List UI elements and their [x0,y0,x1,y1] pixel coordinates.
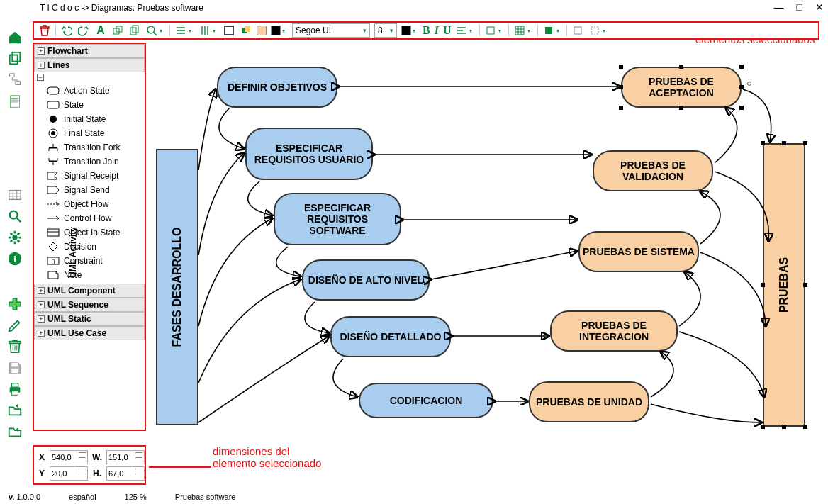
palette-group[interactable]: +Flowchart [34,44,145,58]
x-input[interactable]: 540,0 [50,450,88,464]
print-icon[interactable] [6,380,24,398]
delete-icon[interactable] [38,24,51,37]
palette-group[interactable]: − [34,72,145,82]
palette-group[interactable]: +UML Sequence [34,298,145,312]
copy-doc-icon[interactable] [6,50,24,68]
info-icon[interactable]: i [6,250,24,268]
w-input[interactable]: 151,0 [106,450,145,464]
palette-item[interactable]: Action State [34,84,145,98]
svg-text:i: i [13,254,16,264]
shape-unidad[interactable]: PRUEBAS DE UNIDAD [529,381,649,422]
svg-rect-25 [11,383,18,388]
palette-item[interactable]: State [34,98,145,112]
palette-item[interactable]: {}Constraint [34,254,145,268]
font-select[interactable]: Segoe UI▾ [292,23,370,38]
svg-rect-12 [10,55,18,65]
palette-item[interactable]: Control Flow [34,211,145,225]
misc2-icon[interactable] [588,24,601,37]
w-label: W. [91,452,103,462]
svg-rect-28 [47,101,59,108]
x-label: X [37,452,47,462]
status-bar: v. 1.0.0.0 español 125 % Pruebas softwar… [9,493,819,501]
shape-integracion[interactable]: PRUEBAS DE INTEGRACION [550,310,678,352]
maximize-button[interactable]: □ [797,1,802,13]
italic-button[interactable]: I [435,24,439,37]
h-input[interactable]: 67,0 [106,466,145,481]
align-v-icon[interactable] [198,24,211,37]
svg-rect-8 [487,27,494,34]
palette-item[interactable]: Note [34,268,145,282]
group-icon[interactable] [111,24,124,37]
shape-detallado[interactable]: DISEÑO DETALLADO [330,316,451,357]
close-button[interactable]: ✕ [815,1,824,13]
svg-rect-11 [591,27,598,34]
palette-item[interactable]: Transition Fork [34,140,145,155]
arrange-icon[interactable] [484,24,497,37]
text-color-swatch[interactable] [401,26,411,35]
home-icon[interactable] [6,28,24,47]
shape-style-icon[interactable] [240,24,252,37]
palette-group[interactable]: +Lines [34,58,145,72]
svg-rect-22 [11,363,18,367]
text-align-icon[interactable] [455,24,468,37]
copy-icon[interactable] [128,24,141,37]
svg-rect-13 [12,52,20,62]
search-icon[interactable] [6,207,24,225]
svg-rect-14 [10,74,14,77]
shape-aceptacion[interactable]: PRUEBAS DE ACEPTACION [621,67,742,108]
palette-item[interactable]: Signal Receipt [34,169,145,183]
y-input[interactable]: 20,0 [50,466,88,481]
shape-codif[interactable]: CODIFICACION [359,383,493,418]
shape-validacion[interactable]: PRUEBAS DE VALIDACION [593,150,713,191]
shape-sistema[interactable]: PRUEBAS DE SISTEMA [578,231,699,272]
text-tool-icon[interactable]: A [94,24,107,37]
align-h-icon[interactable] [174,24,187,37]
palette-group[interactable]: +UML Use Case [34,326,145,340]
underline-button[interactable]: U [443,24,452,37]
undo-icon[interactable] [60,24,73,37]
line-color-swatch[interactable] [271,26,281,35]
trash-icon[interactable] [6,337,24,356]
shape-definir[interactable]: DEFINIR OBJETIVOS [217,67,337,108]
annotation-dims: dimensiones del elemento seleccionado [213,445,326,470]
palette-item[interactable]: Object In State [34,225,145,240]
shape-altonivel[interactable]: DISEÑO DE ALTO NIVEL [302,259,430,301]
fill-icon[interactable] [542,24,555,37]
palette-item[interactable]: Transition Join [34,155,145,169]
font-size-select[interactable]: 8▾ [374,23,397,38]
svg-rect-34 [47,229,59,236]
redo-icon[interactable] [77,24,90,37]
svg-rect-5 [225,26,233,35]
zoom-icon[interactable] [145,24,158,37]
settings-icon[interactable] [6,228,24,247]
table-icon[interactable] [6,186,24,204]
grid-icon[interactable] [513,24,526,37]
annotation-arrow [149,466,211,468]
line-style-icon[interactable] [223,24,235,37]
palette-item[interactable]: Final State [34,126,145,140]
palette-group[interactable]: +UML Component [34,284,145,298]
open-icon[interactable] [6,401,24,420]
palette-item[interactable]: Signal Send [34,183,145,197]
save-icon[interactable] [6,359,24,377]
doc-icon[interactable] [6,92,24,111]
shape-fases[interactable]: FASES DESARROLLO [156,149,198,425]
shape-pruebas[interactable]: PRUEBAS [763,143,805,427]
shape-reqsw[interactable]: ESPECIFICAR REQUISITOS SOFTWARE [274,193,401,245]
export-icon[interactable] [6,422,24,441]
diagram-canvas[interactable]: FASES DESARROLLO PRUEBAS DEFINIR OBJETIV… [153,43,819,439]
minimize-button[interactable]: — [774,1,784,13]
add-icon[interactable] [6,295,24,313]
misc1-icon[interactable] [571,24,584,37]
palette-item[interactable]: Decision [34,240,145,254]
palette-group[interactable]: +UML Static [34,312,145,326]
svg-rect-17 [9,191,21,200]
edit-icon[interactable] [6,316,24,335]
flow-icon[interactable] [6,71,24,89]
palette-item[interactable]: Initial State [34,112,145,126]
fill-color-swatch[interactable] [257,26,267,35]
bold-button[interactable]: B [423,24,430,37]
palette-item[interactable]: Object Flow [34,197,145,211]
shape-requsr[interactable]: ESPECIFICAR REQUISITOS USUARIO [245,128,373,180]
left-iconbar: i [3,28,27,441]
